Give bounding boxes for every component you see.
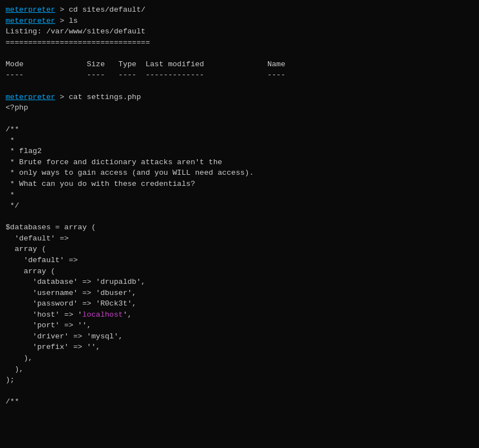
output-line: 'driver' => 'mysql', bbox=[6, 331, 473, 342]
text-before-localhost: 'host' => ' bbox=[6, 311, 82, 319]
output-line: 'default' => bbox=[6, 255, 473, 266]
prompt-line: meterpreter > ls bbox=[6, 16, 473, 27]
output-line: ---- ---- ---- ------------- ---- bbox=[6, 70, 473, 81]
output-line: * only ways to gain access (and you WILL… bbox=[6, 168, 473, 179]
output-line-localhost: 'host' => 'localhost', bbox=[6, 309, 473, 321]
terminal-window: meterpreter > cd sites/default/meterpret… bbox=[6, 4, 473, 407]
blank-line bbox=[6, 114, 473, 125]
output-line: * Brute force and dictionary attacks are… bbox=[6, 157, 473, 168]
output-line: <?php bbox=[6, 102, 473, 114]
command: > ls bbox=[55, 16, 78, 27]
output-line: ); bbox=[6, 375, 473, 386]
output-line: ), bbox=[6, 364, 473, 375]
prompt: meterpreter bbox=[6, 16, 55, 27]
output-line: array ( bbox=[6, 266, 473, 277]
output-line: 'database' => 'drupaldb', bbox=[6, 277, 473, 288]
blank-line bbox=[6, 211, 473, 223]
output-line: ================================ bbox=[6, 37, 473, 48]
output-line: 'prefix' => '', bbox=[6, 342, 473, 353]
output-line: */ bbox=[6, 200, 473, 211]
prompt: meterpreter bbox=[6, 92, 55, 103]
prompt-line: meterpreter > cd sites/default/ bbox=[6, 4, 473, 16]
output-line: 'username' => 'dbuser', bbox=[6, 288, 473, 299]
output-line: ), bbox=[6, 353, 473, 364]
output-line: /** bbox=[6, 124, 473, 135]
output-line: Mode Size Type Last modified Name bbox=[6, 59, 473, 70]
terminal-output: meterpreter > cd sites/default/meterpret… bbox=[6, 4, 473, 407]
output-line: * bbox=[6, 190, 473, 201]
output-line: * What can you do with these credentials… bbox=[6, 179, 473, 190]
blank-line bbox=[6, 81, 473, 92]
text-after-localhost: ', bbox=[123, 311, 132, 319]
command: > cat settings.php bbox=[55, 92, 141, 103]
prompt: meterpreter bbox=[6, 4, 55, 16]
output-line: 'port' => '', bbox=[6, 320, 473, 331]
output-line: 'password' => 'R0ck3t', bbox=[6, 298, 473, 309]
output-line: array ( bbox=[6, 244, 473, 255]
output-line: 'default' => bbox=[6, 233, 473, 244]
localhost-highlight: localhost bbox=[82, 311, 123, 319]
blank-line bbox=[6, 48, 473, 59]
command: > cd sites/default/ bbox=[55, 4, 145, 16]
prompt-line: meterpreter > cat settings.php bbox=[6, 92, 473, 103]
blank-line bbox=[6, 386, 473, 397]
output-line: $databases = array ( bbox=[6, 222, 473, 233]
output-line: Listing: /var/www/sites/default bbox=[6, 26, 473, 37]
output-line: * bbox=[6, 135, 473, 146]
output-line: * flag2 bbox=[6, 146, 473, 157]
output-line: /** bbox=[6, 396, 473, 407]
